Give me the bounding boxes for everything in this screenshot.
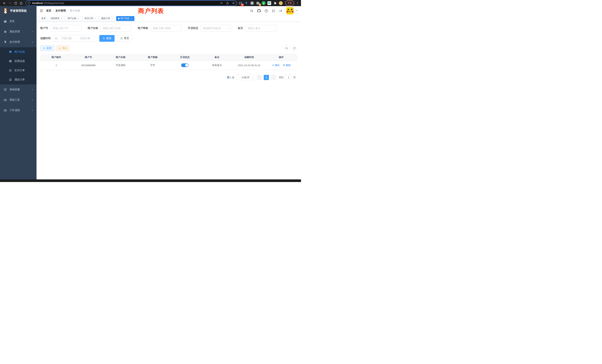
page-info-icon[interactable]	[27, 1, 31, 5]
forward-arrow-icon	[9, 2, 11, 5]
tab-close-icon[interactable]: ×	[94, 17, 96, 20]
sidebar-collapse-icon[interactable]	[40, 9, 43, 13]
pagination: 共 1 条 10条/页 ‹ 1 › 前往 页	[40, 75, 297, 80]
tab-close-icon[interactable]: ×	[77, 17, 79, 20]
filter-merchant-no: 商户号	[40, 25, 82, 32]
short-name-input[interactable]	[150, 25, 182, 32]
status-select[interactable]	[200, 25, 232, 32]
col-create-time: 创建时间	[233, 54, 265, 61]
tab-close-icon[interactable]: ×	[111, 17, 113, 20]
extension-chat-icon[interactable]	[267, 1, 271, 5]
status-toggle[interactable]	[181, 63, 189, 67]
date-range-picker[interactable]: 开始日期 - 结束日期	[53, 35, 94, 42]
chevron-down-icon	[31, 99, 33, 101]
payment-submenu: 商户信息 应用信息 支付订单	[0, 47, 36, 84]
refresh-icon	[120, 37, 123, 40]
breadcrumb-separator: /	[67, 9, 68, 12]
tab-process-form[interactable]: 流程表单 ×	[49, 16, 64, 21]
profile-avatar-icon[interactable]	[279, 1, 283, 5]
search-button-label: 搜索	[106, 37, 111, 40]
delete-link[interactable]: 删除	[283, 64, 291, 67]
sidebar-item-label: 应用信息	[14, 60, 25, 63]
table-header-row: 商户编号 商户号 商户全称 商户简称 开启状态 备注 创建时间 操作	[40, 54, 297, 61]
edit-link[interactable]: 修改	[272, 64, 280, 67]
sidebar-item-refund-order[interactable]: 退款订单	[0, 75, 36, 84]
goto-page-input[interactable]	[285, 75, 292, 80]
tab-label: 流程表单	[51, 17, 60, 20]
font-size-icon[interactable]	[279, 9, 282, 13]
tab-merchant-info[interactable]: 商户信息 ×	[116, 16, 134, 21]
sidebar-item-merchant-info[interactable]: 商户信息	[0, 47, 36, 56]
browser-home-button[interactable]	[19, 0, 24, 6]
tab-close-icon[interactable]: ×	[60, 17, 63, 20]
tab-user-group[interactable]: 用户分组 ×	[66, 16, 81, 21]
tab-pay-order[interactable]: 支付订单 ×	[83, 16, 98, 21]
calendar-icon	[55, 37, 58, 40]
next-page-button[interactable]: ›	[271, 75, 276, 80]
breadcrumb-home[interactable]: 首页	[46, 9, 51, 12]
share-icon[interactable]	[225, 1, 230, 5]
full-name-input[interactable]	[100, 25, 132, 32]
header-search-icon[interactable]	[250, 9, 254, 13]
bookmark-star-icon[interactable]	[231, 1, 236, 5]
sidebar-item-workflow[interactable]: 工作流程	[0, 105, 36, 116]
reset-button[interactable]: 重置	[117, 35, 132, 42]
add-button[interactable]: 新增	[40, 45, 54, 51]
extension-youdao-icon[interactable]: y	[261, 1, 266, 5]
merchant-no-input[interactable]	[50, 25, 82, 32]
chevron-up-icon	[31, 41, 33, 43]
fullscreen-icon[interactable]	[272, 9, 275, 13]
sidebar-item-infrastructure[interactable]: 基础设施	[0, 84, 36, 95]
sidebar-item-dev-tools[interactable]: 研发工具	[0, 95, 36, 105]
avatar-caret-down-icon[interactable]	[296, 9, 298, 12]
reset-button-label: 重置	[124, 37, 129, 40]
help-icon[interactable]	[265, 9, 268, 13]
github-icon[interactable]	[257, 9, 261, 13]
tags-view: 首页 流程表单 × 用户分组 × 支付订单 × 退款订单 × 商户信息 ×	[36, 15, 301, 22]
sidebar-item-label: 系统管理	[10, 30, 29, 33]
address-bar[interactable]: localhost:1024/pay/merchant	[26, 1, 236, 6]
tab-home[interactable]: 首页	[40, 16, 48, 21]
password-key-icon[interactable]	[219, 1, 224, 5]
extension-grid-diamond-icon[interactable]: 10	[238, 1, 243, 5]
tab-close-icon[interactable]: ×	[130, 17, 132, 20]
user-avatar[interactable]	[286, 7, 294, 14]
export-button[interactable]: 导出	[56, 45, 69, 51]
search-button[interactable]: 搜索	[99, 35, 115, 42]
sidebar-item-label: 支付管理	[10, 40, 29, 44]
sidebar-item-system[interactable]: 系统管理	[0, 26, 36, 37]
extension-recorder-icon[interactable]: 1	[256, 1, 260, 5]
sidebar-item-home[interactable]: 首页	[0, 16, 36, 26]
sidebar-item-pay-order[interactable]: 支付订单	[0, 66, 36, 75]
browser-reload-button[interactable]	[13, 0, 18, 6]
filter-label: 商户简称	[138, 26, 148, 30]
page-size-select[interactable]: 10条/页	[236, 75, 255, 80]
sidebar-item-payment[interactable]: ¥ 支付管理	[0, 37, 36, 47]
tab-refund-order[interactable]: 退款订单 ×	[99, 16, 115, 21]
browser-menu-icon[interactable]: ⋮	[296, 1, 299, 5]
prev-page-button[interactable]: ‹	[257, 75, 262, 80]
filter-status: 开启状态	[188, 25, 232, 32]
navbar-actions	[250, 7, 298, 14]
page-content: 商户号 商户全称 商户简称 开启状态	[36, 22, 301, 80]
col-status: 开启状态	[169, 54, 201, 61]
extension-gem-icon[interactable]	[244, 1, 248, 5]
extensions-puzzle-icon[interactable]	[273, 1, 277, 5]
tab-label: 用户分组	[67, 17, 76, 20]
page-1-button[interactable]: 1	[264, 75, 269, 80]
breadcrumb-payment[interactable]: 支付管理	[55, 9, 66, 12]
browser-forward-button[interactable]	[7, 0, 13, 6]
chrome-update-button[interactable]: 更新	[285, 0, 294, 6]
remark-input[interactable]	[245, 25, 277, 32]
sidebar-item-app-info[interactable]: 应用信息	[0, 56, 36, 66]
cell-short-name: 芋艿	[137, 61, 169, 70]
sidebar-item-label: 首页	[10, 20, 33, 23]
refresh-table-button[interactable]	[291, 45, 297, 51]
cell-full-name: 芋道源码	[105, 61, 137, 70]
toggle-search-button[interactable]	[284, 45, 290, 51]
sidebar-logo[interactable]: 芋道管理系统	[0, 6, 36, 15]
filter-remark: 备注	[238, 25, 277, 32]
browser-back-button[interactable]	[2, 0, 7, 6]
extension-command-icon[interactable]: ⌘	[250, 1, 254, 5]
sidebar-item-label: 退款订单	[14, 78, 25, 81]
